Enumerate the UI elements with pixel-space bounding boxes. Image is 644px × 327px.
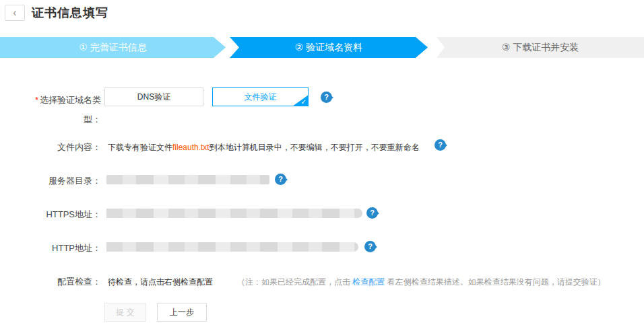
http-addr-label: HTTP地址： (30, 243, 101, 254)
submit-button[interactable]: 提 交 (104, 303, 146, 322)
file-content-text: 下载专有验证文件fileauth.txt到本地计算机目录中，不要编辑，不要打开，… (108, 142, 420, 153)
config-check-note: （注：如果已经完成配置，点击 检查配置 看左侧检查结果描述。如果检查结果没有问题… (237, 277, 606, 287)
step-download-install: ③ 下载证书并安装 (437, 37, 644, 58)
step-verify-domain[interactable]: ② 验证域名资料 (230, 37, 428, 58)
server-dir-label: 服务器目录： (30, 176, 101, 186)
check-icon: ✓ (301, 99, 307, 106)
http-addr-redacted-value (106, 242, 358, 252)
file-verify-label: 文件验证 (245, 92, 277, 102)
page-title: 证书信息填写 (32, 5, 108, 21)
file-verify-button[interactable]: 文件验证 ✓ (212, 87, 309, 106)
verify-type-help-icon[interactable]: ? (321, 92, 332, 103)
step-complete-cert-info[interactable]: ① 完善证书信息 (0, 37, 226, 58)
server-dir-help-icon[interactable]: ? (275, 174, 286, 185)
file-content-help-icon[interactable]: ? (434, 139, 446, 151)
server-dir-redacted-value (106, 175, 269, 184)
fileauth-filename-link[interactable]: fileauth.txt (172, 143, 210, 152)
back-chevron-icon: ‹ (13, 7, 16, 18)
check-config-link[interactable]: 检查配置 (352, 277, 385, 287)
step-progress-bar: ① 完善证书信息 ② 验证域名资料 ③ 下载证书并安装 (0, 37, 644, 58)
https-addr-redacted-value (106, 209, 362, 218)
http-addr-help-icon[interactable]: ? (364, 241, 376, 252)
config-check-status: 待检查，请点击右侧检查配置 (108, 277, 213, 287)
verify-type-label: *选择验证域名类型： (30, 90, 101, 129)
dns-verify-button[interactable]: DNS验证 (104, 87, 203, 106)
previous-step-button[interactable]: 上一步 (157, 303, 207, 322)
https-addr-help-icon[interactable]: ? (366, 207, 378, 219)
https-addr-label: HTTPS地址： (30, 209, 101, 220)
back-button[interactable]: ‹ (5, 5, 25, 21)
file-content-label: 文件内容： (30, 142, 101, 153)
required-asterisk: * (35, 95, 38, 105)
config-check-label: 配置检查： (30, 277, 101, 287)
